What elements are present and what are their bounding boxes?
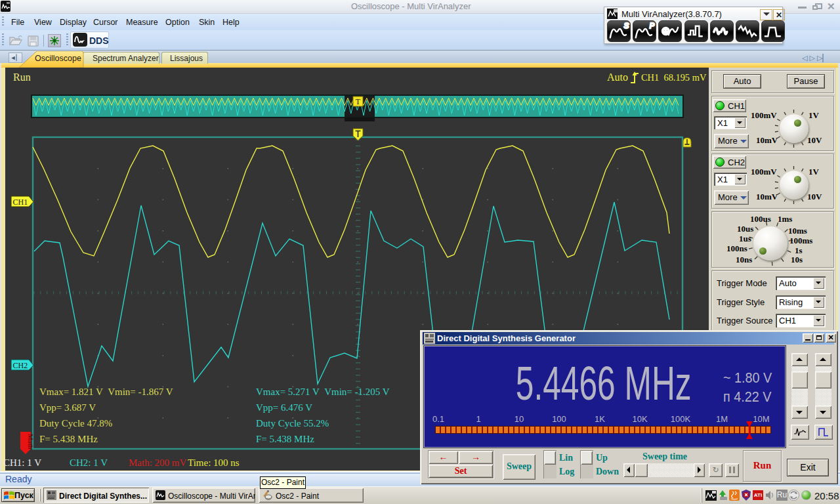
svg-text:CH2: CH2 — [13, 361, 28, 370]
svg-text:Math: Math — [27, 434, 35, 450]
svg-text:CH1: CH1 — [13, 198, 28, 207]
svg-text:S: S — [624, 22, 629, 30]
svg-text:T: T — [356, 97, 361, 106]
svg-text:P: P — [650, 22, 655, 30]
